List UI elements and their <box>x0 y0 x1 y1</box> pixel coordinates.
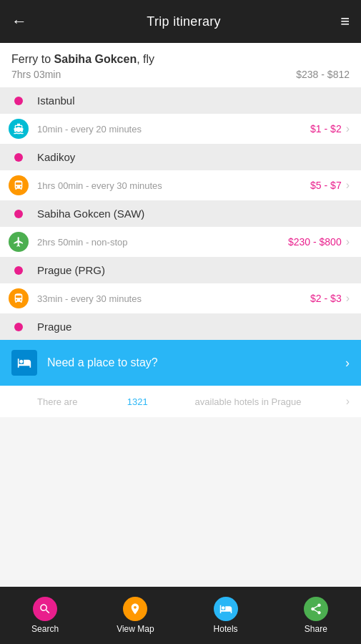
hotel-banner-arrow: › <box>345 356 350 371</box>
leg-plane[interactable]: 2hrs 50min - non-stop $230 - $800 › <box>0 227 361 257</box>
leg-ferry-info: 10min - every 20 minutes <box>37 124 142 135</box>
hotels-nav-icon <box>214 597 238 621</box>
nav-viewmap-label: View Map <box>117 624 154 634</box>
transport-ferry-icon <box>9 119 29 139</box>
map-nav-icon <box>123 597 147 621</box>
station-label-prague: Prague <box>37 321 71 333</box>
leg-bus1[interactable]: 1hrs 00min - every 30 minutes $5 - $7 › <box>0 170 361 200</box>
leg-bus2-chevron: › <box>346 292 350 305</box>
route-price: $238 - $812 <box>296 69 350 80</box>
leg-ferry[interactable]: 10min - every 20 minutes $1 - $2 › <box>0 114 361 144</box>
leg-bus2-price: $2 - $3 <box>310 293 342 304</box>
station-prague: Prague <box>0 313 361 340</box>
transport-bus1-icon <box>9 175 29 195</box>
nav-hotels[interactable]: Hotels <box>181 597 271 634</box>
partial-text: There are <box>37 396 83 407</box>
share-nav-icon <box>304 597 328 621</box>
partial-available: available hotels in Prague <box>192 396 302 407</box>
leg-plane-chevron: › <box>346 235 350 248</box>
station-istanbul: Istanbul <box>0 87 361 114</box>
station-prg: Prague (PRG) <box>0 257 361 283</box>
nav-share-label: Share <box>305 624 327 634</box>
route-label: Ferry to Sabiha Gokcen, fly <box>11 53 350 66</box>
transport-bus2-icon <box>9 288 29 308</box>
partial-hotel-row: There are 1321 available hotels in Pragu… <box>0 386 361 417</box>
leg-bus2[interactable]: 33min - every 30 minutes $2 - $3 › <box>0 283 361 313</box>
hotel-icon <box>11 350 37 376</box>
leg-bus2-right: $2 - $3 › <box>310 292 350 305</box>
route-destination: Sabiha Gokcen <box>54 53 137 65</box>
station-label-saw: Sabiha Gokcen (SAW) <box>37 208 144 220</box>
leg-plane-info: 2hrs 50min - non-stop <box>37 237 127 248</box>
dot-prg <box>14 266 23 275</box>
page-title: Trip itinerary <box>147 14 221 29</box>
subtitle-section: Ferry to Sabiha Gokcen, fly 7hrs 03min $… <box>0 43 361 87</box>
partial-count: 1321 <box>127 396 148 407</box>
station-kadikoy: Kadikoy <box>0 144 361 170</box>
leg-ferry-right: $1 - $2 › <box>310 122 350 135</box>
partial-chevron: › <box>346 395 350 408</box>
nav-search[interactable]: Search <box>0 597 90 634</box>
station-label-prg: Prague (PRG) <box>37 264 105 276</box>
nav-viewmap[interactable]: View Map <box>90 597 180 634</box>
leg-ferry-chevron: › <box>346 122 350 135</box>
leg-plane-price: $230 - $800 <box>288 236 342 248</box>
dot-kadikoy <box>14 153 23 162</box>
timeline: Istanbul 10min - every 20 minutes $1 - $… <box>0 87 361 340</box>
back-button[interactable]: ← <box>11 12 27 31</box>
leg-bus1-info: 1hrs 00min - every 30 minutes <box>37 180 162 191</box>
nav-hotels-label: Hotels <box>214 624 238 634</box>
transport-plane-icon <box>9 232 29 252</box>
route-meta: 7hrs 03min $238 - $812 <box>11 69 350 80</box>
station-label-kadikoy: Kadikoy <box>37 151 75 163</box>
bottom-nav: Search View Map Hotels Share <box>0 587 361 644</box>
nav-share[interactable]: Share <box>271 597 361 634</box>
station-saw: Sabiha Gokcen (SAW) <box>0 200 361 227</box>
dot-prague <box>14 323 23 331</box>
leg-plane-right: $230 - $800 › <box>288 235 350 248</box>
dot-istanbul <box>14 97 23 105</box>
search-nav-icon <box>33 597 57 621</box>
leg-bus1-price: $5 - $7 <box>310 180 342 191</box>
leg-bus2-info: 33min - every 30 minutes <box>37 293 142 304</box>
hotel-banner-text: Need a place to stay? <box>47 356 158 369</box>
station-label-istanbul: Istanbul <box>37 94 75 107</box>
leg-bus1-right: $5 - $7 › <box>310 179 350 192</box>
dot-saw <box>14 210 23 218</box>
nav-search-label: Search <box>31 624 59 634</box>
hotel-banner[interactable]: Need a place to stay? › <box>0 340 361 386</box>
leg-bus1-chevron: › <box>346 179 350 192</box>
header: ← Trip itinerary ≡ <box>0 0 361 43</box>
leg-ferry-price: $1 - $2 <box>310 123 342 135</box>
route-duration: 7hrs 03min <box>11 69 61 80</box>
menu-button[interactable]: ≡ <box>340 12 350 31</box>
